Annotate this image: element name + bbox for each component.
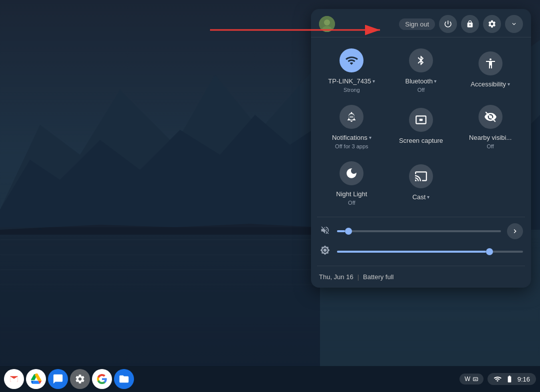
accessibility-tile[interactable]: Accessibility ▾ — [456, 41, 525, 98]
cast-icon — [409, 164, 433, 188]
footer-date: Thu, Jun 16 — [319, 273, 354, 281]
notifications-icon-wrap — [340, 105, 364, 129]
svg-rect-23 — [473, 378, 478, 381]
footer-separator: | — [358, 273, 359, 281]
taskbar-right: W 9:16 — [460, 373, 536, 385]
notifications-dropdown-arrow: ▾ — [369, 135, 372, 140]
svg-rect-10 — [0, 227, 320, 367]
brightness-slider-row — [319, 245, 523, 258]
bluetooth-sublabel: Off — [418, 87, 424, 93]
svg-point-14 — [324, 19, 330, 25]
volume-thumb[interactable] — [345, 228, 352, 235]
wifi-dropdown-arrow: ▾ — [372, 78, 375, 84]
bluetooth-icon-wrap — [409, 48, 433, 72]
svg-rect-19 — [420, 119, 423, 121]
panel-footer: Thu, Jun 16 | Battery full — [311, 268, 531, 288]
taskbar-apps — [4, 369, 460, 389]
screencapture-icon — [409, 108, 433, 132]
brightness-thumb[interactable] — [486, 248, 493, 255]
nearbyshare-label: Nearby visibi... — [469, 134, 512, 141]
panel-topbar-left — [319, 16, 395, 32]
screencapture-tile[interactable]: Screen capture — [386, 98, 456, 154]
tray-battery-icon — [506, 375, 514, 383]
settings-button[interactable] — [483, 15, 501, 33]
wifi-icon-wrap — [340, 48, 364, 72]
footer-battery: Battery full — [363, 273, 394, 281]
accessibility-dropdown-arrow: ▾ — [508, 81, 510, 87]
brightness-track[interactable] — [337, 251, 523, 253]
sliders-section — [311, 219, 531, 264]
nearbyshare-tile[interactable]: Nearby visibi... Off — [456, 98, 525, 154]
taskbar: W 9:16 — [0, 366, 540, 392]
volume-next-button[interactable] — [507, 223, 523, 239]
bluetooth-label: Bluetooth ▾ — [406, 77, 437, 85]
bluetooth-tile[interactable]: Bluetooth ▾ Off — [386, 41, 456, 98]
panel-topbar: Sign out — [311, 9, 531, 37]
taskbar-time: 9:16 — [518, 376, 530, 383]
brightness-fill — [337, 251, 486, 253]
nearbyshare-icon — [478, 105, 502, 129]
quick-settings-panel: Sign out — [311, 9, 531, 288]
bluetooth-dropdown-arrow: ▾ — [434, 78, 436, 84]
nightlight-tile[interactable]: Night Light Off — [317, 154, 386, 211]
taskbar-app-gmail[interactable] — [4, 369, 24, 389]
taskbar-app-google[interactable] — [92, 369, 112, 389]
tiles-grid: TP-LINK_7435 ▾ Strong Bluetooth ▾ Off — [311, 37, 531, 215]
volume-slider-row — [319, 223, 523, 239]
nightlight-label: Night Light — [336, 190, 367, 198]
panel-divider-1 — [317, 217, 525, 217]
cast-dropdown-arrow: ▾ — [427, 194, 430, 200]
panel-divider-2 — [317, 266, 525, 266]
volume-track[interactable] — [337, 230, 501, 232]
cast-label: Cast ▾ — [412, 193, 430, 201]
signout-button[interactable]: Sign out — [399, 18, 435, 30]
wifi-tile[interactable]: TP-LINK_7435 ▾ Strong — [317, 41, 386, 98]
accessibility-label: Accessibility ▾ — [470, 80, 510, 88]
taskbar-app-settings[interactable] — [70, 369, 90, 389]
screencapture-label: Screen capture — [399, 137, 443, 144]
system-tray[interactable]: 9:16 — [488, 373, 536, 385]
ime-icon — [472, 376, 478, 382]
volume-fill — [337, 230, 345, 232]
notifications-tile[interactable]: Notifications ▾ Off for 3 apps — [317, 98, 386, 154]
svg-rect-17 — [350, 117, 354, 118]
taskbar-app-messages[interactable] — [48, 369, 68, 389]
nearbyshare-sublabel: Off — [486, 143, 494, 149]
accessibility-icon-wrap — [478, 51, 502, 75]
tray-wifi-icon — [494, 375, 502, 383]
wifi-sublabel: Strong — [344, 87, 360, 93]
lock-button[interactable] — [461, 15, 479, 33]
brightness-icon — [319, 245, 331, 258]
ime-label: W — [464, 376, 470, 383]
taskbar-app-files[interactable] — [114, 369, 134, 389]
avatar — [319, 16, 335, 32]
notifications-label: Notifications ▾ — [332, 134, 372, 141]
taskbar-app-drive[interactable] — [26, 369, 46, 389]
ime-indicator[interactable]: W — [460, 374, 483, 385]
volume-muted-icon — [319, 225, 331, 238]
notifications-sublabel: Off for 3 apps — [335, 143, 368, 149]
cast-tile[interactable]: Cast ▾ — [386, 154, 456, 211]
nightlight-sublabel: Off — [348, 200, 355, 206]
power-button[interactable] — [439, 15, 457, 33]
wifi-label: TP-LINK_7435 ▾ — [328, 77, 375, 85]
collapse-button[interactable] — [505, 15, 523, 33]
nightlight-icon — [340, 161, 364, 185]
